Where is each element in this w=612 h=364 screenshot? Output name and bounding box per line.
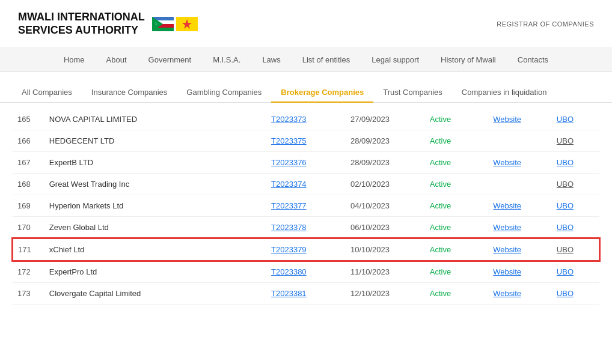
row-number: 165 (13, 109, 44, 130)
table-row: 168Great West Trading IncT202337402/10/2… (13, 174, 599, 195)
company-status[interactable]: Active (425, 217, 489, 239)
comoros-flag: ☽ (152, 17, 174, 31)
row-number: 168 (13, 174, 44, 195)
company-code[interactable]: T2023373 (266, 109, 346, 130)
company-website (488, 174, 552, 195)
table-row: 165NOVA CAPITAL LIMITEDT202337327/09/202… (13, 109, 599, 130)
table-row: 170Zeven Global LtdT202337806/10/2023Act… (13, 217, 599, 239)
nav-misa[interactable]: M.I.S.A. (202, 48, 251, 71)
company-ubo: UBO (552, 238, 599, 261)
company-ubo[interactable]: UBO (552, 109, 599, 130)
company-ubo: UBO (552, 130, 599, 152)
company-date: 10/10/2023 (346, 238, 425, 261)
company-ubo: UBO (552, 174, 599, 195)
company-ubo[interactable]: UBO (552, 261, 599, 283)
company-website[interactable]: Website (488, 152, 552, 174)
company-name: xChief Ltd (44, 238, 266, 261)
company-ubo[interactable]: UBO (552, 283, 599, 305)
companies-table: 165NOVA CAPITAL LIMITEDT202337327/09/202… (12, 109, 600, 305)
company-code[interactable]: T2023381 (266, 283, 346, 305)
tab-trust[interactable]: Trust Companies (373, 83, 452, 103)
tab-liquidation[interactable]: Companies in liquidation (452, 83, 557, 103)
table-row: 166HEDGECENT LTDT202337528/09/2023Active… (13, 130, 599, 152)
company-code[interactable]: T2023376 (266, 152, 346, 174)
header-left: MWALI INTERNATIONAL SERVICES AUTHORITY ☽ (18, 11, 198, 37)
company-website[interactable]: Website (488, 238, 552, 261)
nav-contacts[interactable]: Contacts (507, 48, 559, 71)
row-number: 169 (13, 195, 44, 217)
company-ubo[interactable]: UBO (552, 152, 599, 174)
logo-line2: SERVICES AUTHORITY (18, 24, 138, 36)
company-status[interactable]: Active (425, 109, 489, 130)
table-row: 169Hyperion Markets LtdT202337704/10/202… (13, 195, 599, 217)
nav-laws[interactable]: Laws (251, 48, 291, 71)
company-date: 28/09/2023 (346, 152, 425, 174)
company-website (488, 130, 552, 152)
row-number: 170 (13, 217, 44, 239)
table-row: 167ExpertB LTDT202337628/09/2023ActiveWe… (13, 152, 599, 174)
tab-brokerage[interactable]: Brokerage Companies (271, 83, 373, 103)
company-website[interactable]: Website (488, 261, 552, 283)
tab-all-companies[interactable]: All Companies (12, 83, 82, 103)
companies-table-container: 165NOVA CAPITAL LIMITEDT202337327/09/202… (0, 103, 612, 311)
logo-text: MWALI INTERNATIONAL SERVICES AUTHORITY (18, 11, 145, 37)
row-number: 173 (13, 283, 44, 305)
company-status[interactable]: Active (425, 174, 489, 195)
company-name: Clovergate Capital Limited (44, 283, 266, 305)
company-code[interactable]: T2023377 (266, 195, 346, 217)
company-name: ExpertPro Ltd (44, 261, 266, 283)
nav-list-entities[interactable]: List of entities (292, 48, 361, 71)
company-date: 28/09/2023 (346, 130, 425, 152)
row-number: 172 (13, 261, 44, 283)
svg-text:☽: ☽ (154, 22, 157, 26)
row-number: 166 (13, 130, 44, 152)
company-date: 12/10/2023 (346, 283, 425, 305)
company-name: Great West Trading Inc (44, 174, 266, 195)
company-website[interactable]: Website (488, 217, 552, 239)
company-status[interactable]: Active (425, 283, 489, 305)
company-status[interactable]: Active (425, 152, 489, 174)
table-row: 172ExpertPro LtdT202338011/10/2023Active… (13, 261, 599, 283)
company-code[interactable]: T2023378 (266, 217, 346, 239)
company-ubo[interactable]: UBO (552, 195, 599, 217)
company-code[interactable]: T2023380 (266, 261, 346, 283)
company-website[interactable]: Website (488, 283, 552, 305)
company-name: HEDGECENT LTD (44, 130, 266, 152)
page-header: MWALI INTERNATIONAL SERVICES AUTHORITY ☽… (0, 0, 612, 48)
company-code[interactable]: T2023374 (266, 174, 346, 195)
tab-insurance[interactable]: Insurance Companies (82, 83, 177, 103)
nav-government[interactable]: Government (138, 48, 203, 71)
company-status[interactable]: Active (425, 261, 489, 283)
company-status[interactable]: Active (425, 238, 489, 261)
nav-home[interactable]: Home (53, 48, 96, 71)
tab-gambling[interactable]: Gambling Companies (177, 83, 271, 103)
flags: ☽ (152, 17, 198, 31)
company-date: 27/09/2023 (346, 109, 425, 130)
company-name: Hyperion Markets Ltd (44, 195, 266, 217)
company-status[interactable]: Active (425, 130, 489, 152)
company-name: Zeven Global Ltd (44, 217, 266, 239)
company-ubo[interactable]: UBO (552, 217, 599, 239)
table-row: 173Clovergate Capital LimitedT202338112/… (13, 283, 599, 305)
main-nav: Home About Government M.I.S.A. Laws List… (0, 48, 612, 72)
company-status[interactable]: Active (425, 195, 489, 217)
row-number: 167 (13, 152, 44, 174)
company-date: 11/10/2023 (346, 261, 425, 283)
logo-line1: MWALI INTERNATIONAL (18, 11, 145, 23)
nav-legal-support[interactable]: Legal support (361, 48, 430, 71)
company-date: 02/10/2023 (346, 174, 425, 195)
row-number: 171 (13, 238, 44, 261)
company-name: NOVA CAPITAL LIMITED (44, 109, 266, 130)
company-website[interactable]: Website (488, 195, 552, 217)
company-date: 04/10/2023 (346, 195, 425, 217)
nav-about[interactable]: About (96, 48, 138, 71)
nav-history[interactable]: History of Mwali (430, 48, 507, 71)
company-code[interactable]: T2023379 (266, 238, 346, 261)
registrar-text: REGISTRAR OF COMPANIES (497, 20, 594, 28)
company-date: 06/10/2023 (346, 217, 425, 239)
company-name: ExpertB LTD (44, 152, 266, 174)
filter-tabs: All Companies Insurance Companies Gambli… (0, 72, 612, 103)
company-code[interactable]: T2023375 (266, 130, 346, 152)
star-flag (176, 17, 198, 31)
company-website[interactable]: Website (488, 109, 552, 130)
